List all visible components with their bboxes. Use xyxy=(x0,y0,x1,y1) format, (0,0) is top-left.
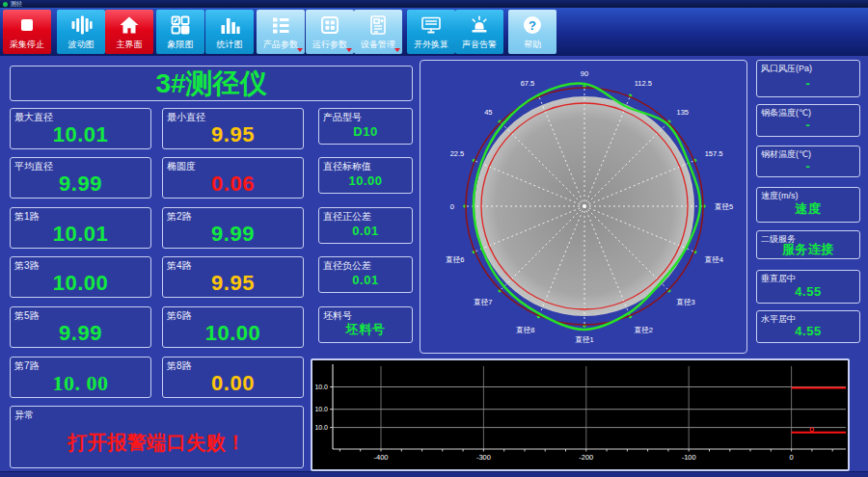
polar-label: 直径1 xyxy=(574,335,593,344)
avg-diameter-box: 平均直径9.99 xyxy=(10,157,151,199)
quadrant-chart-label: 象限图 xyxy=(156,39,204,51)
app-icon xyxy=(3,2,8,7)
home-icon xyxy=(118,13,141,37)
sound-alarm-button[interactable]: 声音告警 xyxy=(455,10,503,54)
waveform-icon xyxy=(69,13,93,37)
polar-label: 直径2 xyxy=(634,326,653,334)
polar-label: 90 xyxy=(581,69,588,78)
path-5-value: 9.99 xyxy=(11,320,150,346)
x-tick-label: 0 xyxy=(790,453,794,462)
alarm-message: 打开报警端口失败！ xyxy=(11,419,303,466)
tuyere-pressure-box: 风口风压(Pa)- xyxy=(756,60,860,97)
gauge-title-box: 3#测径仪 xyxy=(10,66,413,101)
status-sidebar: 风口风压(Pa)-钢条温度(℃)-钢材温度(℃)-速度(m/s)速度二级服务服务… xyxy=(755,60,861,349)
gauge-title: 3#测径仪 xyxy=(11,66,412,100)
polar-label: 直径6 xyxy=(445,255,464,264)
monitor-icon xyxy=(420,13,443,37)
y-tick-label: 10.0 xyxy=(314,424,328,431)
trend-chart-panel: -400-300-200-100010.010.010.0 xyxy=(311,358,850,471)
path-8-value: 0.00 xyxy=(163,370,303,396)
polar-chart-panel: 022.54567.590112.5135157.5直径5直径4直径3直径2直径… xyxy=(420,60,747,354)
path-6-value: 10.00 xyxy=(163,320,303,346)
ovality-value: 0.06 xyxy=(163,171,303,197)
steel-bar-temp-value: - xyxy=(757,115,859,135)
stats-chart-button[interactable]: 统计图 xyxy=(205,10,254,54)
x-tick-label: -400 xyxy=(373,453,388,462)
main-screen-button[interactable]: 主界面 xyxy=(105,10,153,54)
stop-capture-label: 采集停止 xyxy=(3,39,51,51)
minus-tolerance-value: 0.01 xyxy=(319,268,412,291)
horizontal-center-box: 水平居中4.55 xyxy=(756,310,860,343)
device-manage-button[interactable]: 设备管理 xyxy=(354,10,402,54)
barchart-icon xyxy=(218,13,241,37)
speed-value: 速度 xyxy=(757,198,859,221)
window-titlebar[interactable]: 测径 xyxy=(0,0,868,8)
path-3-box: 第3路10.00 xyxy=(10,256,151,298)
window-footer xyxy=(0,471,868,477)
plus-tolerance-box: 直径正公差0.01 xyxy=(318,207,413,244)
diameter-gauge-window: 测径 采集停止波动图主界面象限图统计图产品参数运行参数设备管理开外换算声音告警?… xyxy=(0,0,868,477)
y-tick-label: 10.0 xyxy=(314,384,328,390)
polar-label: 直径5 xyxy=(714,202,733,211)
conversion-button[interactable]: 开外换算 xyxy=(407,10,455,54)
l2-service-value: 服务连接 xyxy=(757,241,859,257)
nominal-diameter-value: 10.00 xyxy=(319,169,412,192)
plus-tolerance-value: 0.01 xyxy=(319,219,412,242)
sound-alarm-label: 声音告警 xyxy=(455,39,503,51)
tuyere-pressure-value: - xyxy=(757,70,859,95)
nominal-diameter-box: 直径标称值10.00 xyxy=(318,157,413,194)
dropdown-arrow-icon[interactable] xyxy=(394,48,400,52)
quadrant-chart-button[interactable]: 象限图 xyxy=(156,10,204,54)
polar-label: 直径3 xyxy=(676,298,695,306)
wave-chart-label: 波动图 xyxy=(57,39,105,51)
polar-label: 直径4 xyxy=(704,255,723,264)
path-4-box: 第4路9.95 xyxy=(162,256,304,298)
path-7-box: 第7路10. 00 xyxy=(10,357,151,398)
l2-service-box: 二级服务服务连接 xyxy=(756,230,860,259)
help-label: 帮助 xyxy=(508,39,556,51)
polar-label: 22.5 xyxy=(450,149,465,158)
x-tick-label: -100 xyxy=(682,453,696,462)
grid-icon xyxy=(318,13,341,37)
path-6-box: 第6路10.00 xyxy=(162,306,304,348)
dropdown-arrow-icon[interactable] xyxy=(346,48,352,52)
polar-label: 112.5 xyxy=(635,79,652,88)
min-diameter-value: 9.95 xyxy=(163,121,303,147)
path-2-value: 9.99 xyxy=(163,221,303,247)
toolbar: 采集停止波动图主界面象限图统计图产品参数运行参数设备管理开外换算声音告警?帮助 xyxy=(0,8,868,56)
polar-label: 直径7 xyxy=(473,298,492,306)
trend-chart: -400-300-200-100010.010.010.0 xyxy=(312,360,848,469)
stats-chart-label: 统计图 xyxy=(205,39,254,51)
polar-label: 67.5 xyxy=(521,79,535,88)
polar-label: 135 xyxy=(677,108,690,117)
product-model-value: D10 xyxy=(319,119,412,143)
device-icon xyxy=(366,13,390,37)
steel-bar-temp-box: 钢条温度(℃)- xyxy=(756,104,860,137)
window-title: 测径 xyxy=(11,1,22,7)
red-marker xyxy=(810,428,814,432)
product-model-box: 产品型号D10 xyxy=(318,108,413,145)
svg-text:?: ? xyxy=(529,18,536,33)
steel-temp-value: - xyxy=(757,156,859,175)
dropdown-arrow-icon[interactable] xyxy=(297,48,303,52)
product-params-button[interactable]: 产品参数 xyxy=(257,10,305,54)
stop-capture-button[interactable]: 采集停止 xyxy=(3,10,51,54)
polar-label: 157.5 xyxy=(705,149,723,158)
avg-diameter-value: 9.99 xyxy=(11,171,150,197)
alarm-box: 异常 打开报警端口失败！ xyxy=(10,406,304,468)
vertical-center-value: 4.55 xyxy=(757,280,859,302)
billet-no-value: 坯料号 xyxy=(319,318,412,341)
polar-label: 45 xyxy=(484,108,492,117)
run-params-button[interactable]: 运行参数 xyxy=(306,10,354,54)
horizontal-center-value: 4.55 xyxy=(757,321,859,341)
path-2-box: 第2路9.99 xyxy=(162,207,304,249)
path-8-box: 第8路0.00 xyxy=(162,357,304,398)
path-5-box: 第5路9.99 xyxy=(10,306,151,348)
ovality-box: 椭圆度0.06 xyxy=(162,157,304,199)
path-1-box: 第1路10.01 xyxy=(10,207,151,249)
help-button[interactable]: ?帮助 xyxy=(508,10,556,54)
wave-chart-button[interactable]: 波动图 xyxy=(57,10,105,54)
path-7-value: 10. 00 xyxy=(11,370,150,396)
polar-label: 直径8 xyxy=(515,326,534,334)
main-screen-label: 主界面 xyxy=(105,39,153,51)
